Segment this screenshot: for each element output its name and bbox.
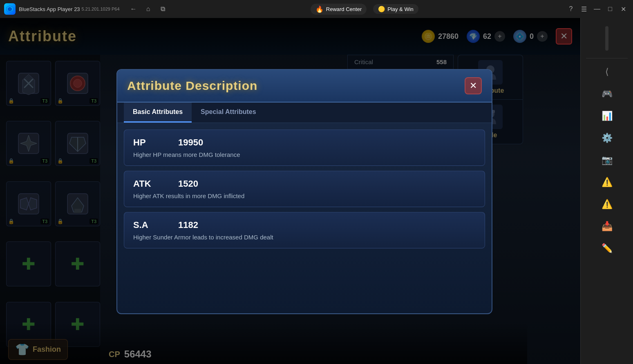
maximize-button[interactable]: □ [604,3,616,15]
play-win-icon: 🟡 [378,6,385,12]
hp-description: Higher HP means more DMG tolerance [133,151,476,158]
back-button[interactable]: ← [128,3,139,15]
settings-icon: ⚙️ [602,133,613,143]
sidebar-tool-download[interactable]: 📥 [586,216,627,237]
sa-name: S.A [133,220,166,230]
bluestacks-logo [4,3,16,15]
sidebar-tool-expand[interactable]: ⟨ [586,62,627,82]
expand-icon: ⟨ [605,67,609,77]
sa-value: 1182 [178,220,198,230]
app-name: BlueStacks App Player 23 [19,6,80,12]
camera-icon: 📷 [602,155,613,165]
play-win-label: Play & Win [387,6,414,12]
sidebar-tool-warning-1[interactable]: ⚠️ [586,172,627,192]
atk-row-header: ATK 1520 [133,179,476,189]
atk-value: 1520 [178,179,198,189]
play-win-button[interactable]: 🟡 Play & Win [373,4,418,14]
modal-tabs: Basic Attributes Special Attributes [117,103,492,123]
reward-center-label: Reward Center [326,6,362,12]
modal-close-button[interactable]: ✕ [465,77,482,94]
hp-value: 19950 [178,137,203,148]
titlebar-center: 🔥 Reward Center 🟡 Play & Win [169,4,560,15]
windows-button[interactable]: ⧉ [157,3,169,15]
titlebar: BlueStacks App Player 23 5.21.201.1029 P… [0,0,633,18]
sidebar-tool-settings[interactable]: ⚙️ [586,128,627,148]
warning-1-icon: ⚠️ [602,177,613,188]
tab-special-attributes[interactable]: Special Attributes [192,103,265,123]
sidebar-tool-chart[interactable]: 📊 [586,106,627,126]
tab-basic-attributes[interactable]: Basic Attributes [124,103,192,123]
chart-icon: 📊 [602,111,613,121]
minimize-button[interactable]: — [591,3,603,15]
atk-description: Higher ATK results in more DMG inflicted [133,192,476,199]
hp-name: HP [133,137,166,148]
hp-row-header: HP 19950 [133,137,476,148]
reward-center-button[interactable]: 🔥 Reward Center [311,4,367,15]
modal-header: Attribute Description ✕ [117,70,492,103]
menu-button[interactable]: ☰ [578,3,590,15]
download-icon: 📥 [602,221,613,232]
close-window-button[interactable]: ✕ [617,3,629,15]
titlebar-controls: ? ☰ — □ ✕ [565,3,629,15]
sa-row-header: S.A 1182 [133,220,476,230]
bluestacks-sidebar: ⟨ 🎮 📊 ⚙️ 📷 ⚠️ ⚠️ 📥 ✏️ [580,18,633,364]
app-version: 5.21.201.1029 P64 [82,7,120,11]
game-area: Attribute 🪙 27860 💎 62 + 💠 0 + ✕ [0,18,580,364]
reward-fire-icon: 🔥 [315,5,324,13]
sa-description: Higher Sunder Armor leads to increased D… [133,234,476,241]
sidebar-divider-1 [586,58,628,58]
attribute-description-modal: Attribute Description ✕ Basic Attributes… [116,69,492,314]
attribute-atk-row: ATK 1520 Higher ATK results in more DMG … [124,171,485,207]
gamepad-icon: 🎮 [602,89,613,99]
modal-close-icon: ✕ [470,80,477,91]
warning-2-icon: ⚠️ [602,199,613,210]
sidebar-tool-camera[interactable]: 📷 [586,150,627,170]
edit-icon: ✏️ [602,243,613,254]
atk-name: ATK [133,179,166,189]
sidebar-tool-edit[interactable]: ✏️ [586,238,627,259]
attribute-sa-row: S.A 1182 Higher Sunder Armor leads to in… [124,212,485,248]
attribute-hp-row: HP 19950 Higher HP means more DMG tolera… [124,130,485,166]
modal-content: HP 19950 Higher HP means more DMG tolera… [117,123,492,313]
help-button[interactable]: ? [565,3,577,15]
sidebar-tool-warning-2[interactable]: ⚠️ [586,194,627,214]
home-button[interactable]: ⌂ [143,3,154,15]
titlebar-nav: ← ⌂ ⧉ [128,3,169,15]
sidebar-tool-gamepad[interactable]: 🎮 [586,84,627,104]
modal-title: Attribute Description [127,79,257,93]
sidebar-scroll-indicator [605,26,608,51]
